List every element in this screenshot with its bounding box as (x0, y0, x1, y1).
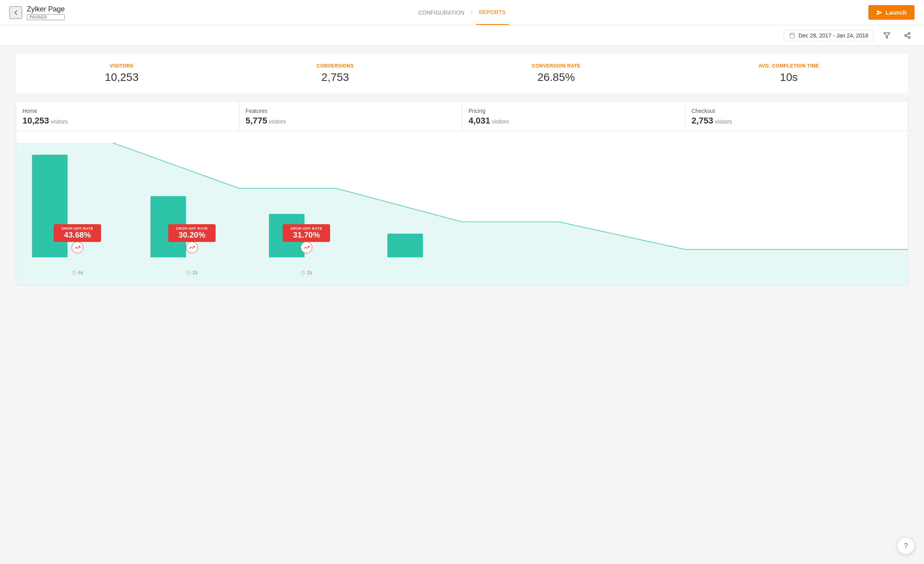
col-checkout-label: Checkout (691, 108, 901, 114)
time-features: 2s (186, 270, 198, 275)
svg-point-6 (905, 34, 907, 36)
stats-row: VISITORS 10,253 CONVERSIONS 2,753 CONVER… (16, 54, 908, 93)
col-pricing-label: Pricing (469, 108, 679, 114)
chart-column-headers: Home 10,253visitors Features 5,775visito… (16, 101, 908, 131)
date-range-picker[interactable]: Dec 28, 2017 - Jan 24, 2018 (784, 30, 873, 41)
svg-line-9 (906, 34, 908, 35)
dropoff-features-icon (186, 242, 198, 253)
stat-visitors-label: VISITORS (105, 63, 139, 69)
col-pricing: Pricing 4,031visitors (462, 101, 685, 131)
dropoff-pricing: DROP-OFF RATE 31.70% (283, 224, 330, 253)
dropoff-features-value: 30.20% (172, 230, 212, 240)
stat-conversion-rate-label: CONVERSION RATE (532, 63, 580, 69)
time-features-value: 2s (192, 270, 198, 275)
tab-configuration[interactable]: CONFIGURATION (415, 0, 467, 25)
col-checkout: Checkout 2,753visitors (685, 101, 908, 131)
svg-marker-4 (884, 33, 890, 38)
col-features-label: Features (246, 108, 456, 114)
svg-marker-10 (16, 143, 908, 285)
svg-point-7 (908, 37, 910, 39)
stat-visitors-value: 10,253 (105, 71, 139, 84)
col-home-visitors: 10,253visitors (23, 116, 233, 126)
launch-label: Launch (886, 9, 907, 16)
nav-separator: › (471, 9, 473, 16)
col-home-label: Home (23, 108, 233, 114)
dropoff-features: DROP-OFF RATE 30.20% (168, 224, 216, 253)
col-features-visitors: 5,775visitors (246, 116, 456, 126)
share-button[interactable] (900, 28, 915, 43)
stat-conversions-label: CONVERSIONS (317, 63, 354, 69)
funnel-visualization: DROP-OFF RATE 43.68% 4s DROP-OFF RATE 30… (16, 131, 908, 285)
stat-conversion-rate: CONVERSION RATE 26.85% (532, 63, 580, 84)
date-range-value: Dec 28, 2017 - Jan 24, 2018 (798, 32, 868, 39)
paused-badge: PAUSED (27, 14, 65, 20)
stat-conversions: CONVERSIONS 2,753 (317, 63, 354, 84)
filter-button[interactable] (880, 28, 894, 43)
time-home: 4s (71, 270, 83, 275)
funnel-background-svg (16, 131, 908, 285)
stat-avg-completion-value: 10s (759, 71, 819, 84)
stat-avg-completion-label: AVG. COMPLETION TIME (759, 63, 819, 69)
time-pricing: 2s (300, 270, 312, 275)
back-button[interactable] (9, 6, 22, 19)
svg-line-8 (906, 36, 908, 37)
page-title: Zylker Page (27, 5, 65, 13)
col-features: Features 5,775visitors (239, 101, 462, 131)
col-home: Home 10,253visitors (16, 101, 239, 131)
dropoff-pricing-label: DROP-OFF RATE (287, 227, 326, 230)
col-checkout-visitors: 2,753visitors (691, 116, 901, 126)
bar-checkout (387, 234, 423, 257)
dropoff-features-label: DROP-OFF RATE (172, 227, 212, 230)
stat-avg-completion: AVG. COMPLETION TIME 10s (759, 63, 819, 84)
time-pricing-value: 2s (307, 270, 312, 275)
time-home-value: 4s (78, 270, 83, 275)
tab-reports[interactable]: REPORTS (476, 0, 509, 25)
dropoff-home-value: 43.68% (58, 230, 97, 240)
page-title-group: Zylker Page PAUSED (27, 5, 65, 20)
header: Zylker Page PAUSED CONFIGURATION › REPOR… (0, 0, 924, 25)
col-pricing-visitors: 4,031visitors (469, 116, 679, 126)
dropoff-home: DROP-OFF RATE 43.68% (54, 224, 101, 253)
dropoff-pricing-value: 31.70% (287, 230, 326, 240)
stat-visitors: VISITORS 10,253 (105, 63, 139, 84)
dropoff-home-icon (71, 242, 83, 253)
nav-tabs: CONFIGURATION › REPORTS (415, 0, 509, 25)
svg-point-5 (908, 32, 910, 34)
launch-button[interactable]: Launch (868, 5, 915, 20)
dropoff-pricing-icon (300, 242, 312, 253)
svg-rect-0 (790, 33, 794, 38)
sub-header: Dec 28, 2017 - Jan 24, 2018 (0, 25, 924, 46)
dropoff-home-label: DROP-OFF RATE (58, 227, 97, 230)
funnel-chart: Home 10,253visitors Features 5,775visito… (16, 101, 908, 285)
stat-conversion-rate-value: 26.85% (532, 71, 580, 84)
stat-conversions-value: 2,753 (317, 71, 354, 84)
